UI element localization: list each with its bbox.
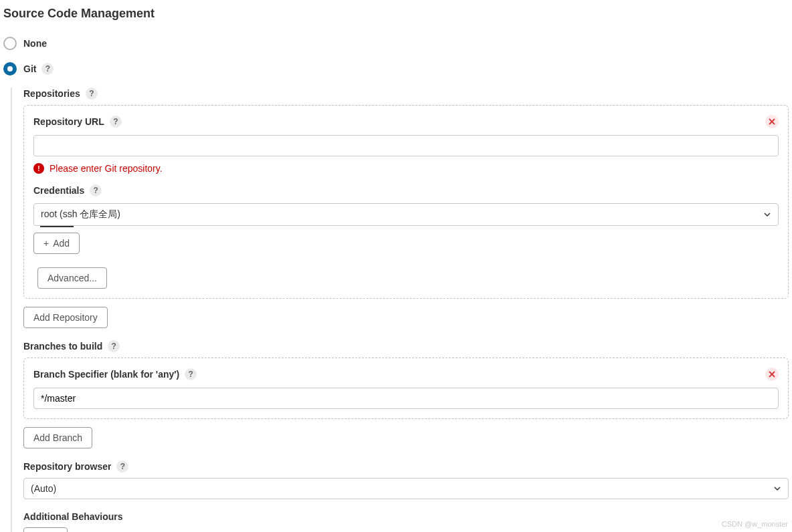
section-title: Source Code Management: [3, 7, 789, 21]
help-icon-git[interactable]: ?: [41, 63, 54, 75]
add-mark: [40, 226, 74, 229]
add-repository-label: Add Repository: [33, 312, 98, 323]
advanced-label: Advanced...: [47, 273, 97, 283]
radio-none-circle[interactable]: [3, 37, 17, 50]
help-icon-branches[interactable]: ?: [108, 340, 120, 352]
remove-repo-button[interactable]: [765, 115, 779, 128]
branch-specifier-label: Branch Specifier (blank for 'any'): [33, 369, 179, 380]
repo-url-error-text: Please enter Git repository.: [50, 163, 163, 174]
branch-block: Branch Specifier (blank for 'any') ?: [23, 358, 789, 419]
add-credentials-label: Add: [53, 238, 70, 249]
advanced-button[interactable]: Advanced...: [37, 267, 107, 289]
radio-option-none[interactable]: None: [3, 37, 789, 50]
chevron-down-icon: [773, 485, 781, 493]
repositories-label: Repositories: [23, 88, 80, 99]
repo-url-error: ! Please enter Git repository.: [33, 163, 779, 174]
credentials-label: Credentials: [33, 185, 84, 196]
add-branch-label: Add Branch: [33, 432, 82, 443]
plus-icon: +: [43, 239, 49, 248]
radio-git-label: Git: [23, 63, 36, 74]
credentials-select[interactable]: root (ssh 仓库全局): [33, 203, 779, 226]
add-branch-button[interactable]: Add Branch: [23, 427, 92, 448]
add-repository-button[interactable]: Add Repository: [23, 307, 108, 328]
branches-label: Branches to build: [23, 341, 102, 352]
repository-block: Repository URL ? ! Please enter Git repo…: [23, 105, 789, 299]
branch-specifier-input[interactable]: [33, 388, 779, 409]
add-credentials-button[interactable]: + Add: [33, 233, 80, 254]
radio-none-label: None: [23, 38, 47, 49]
repo-url-label: Repository URL: [33, 116, 104, 127]
credentials-value: root (ssh 仓库全局): [41, 209, 120, 221]
error-icon: !: [33, 163, 44, 174]
repo-browser-select[interactable]: (Auto): [23, 478, 789, 499]
help-icon-repositories[interactable]: ?: [86, 88, 98, 100]
close-icon: [769, 118, 775, 125]
remove-branch-button[interactable]: [765, 368, 779, 381]
repo-browser-value: (Auto): [31, 483, 56, 494]
radio-git-circle[interactable]: [3, 62, 17, 76]
help-icon-branch-specifier[interactable]: ?: [185, 368, 197, 380]
close-icon: [769, 371, 775, 378]
add-behaviour-button[interactable]: Add ▾: [23, 527, 68, 532]
watermark: CSDN @w_monster: [722, 520, 788, 528]
help-icon-credentials[interactable]: ?: [90, 184, 102, 196]
radio-option-git[interactable]: Git ?: [3, 62, 789, 76]
help-icon-repo-url[interactable]: ?: [110, 116, 122, 128]
repo-url-input[interactable]: [33, 135, 779, 156]
chevron-down-icon: [763, 211, 771, 219]
repo-browser-label: Repository browser: [23, 461, 111, 472]
additional-label: Additional Behaviours: [23, 511, 123, 522]
help-icon-repo-browser[interactable]: ?: [116, 460, 128, 473]
